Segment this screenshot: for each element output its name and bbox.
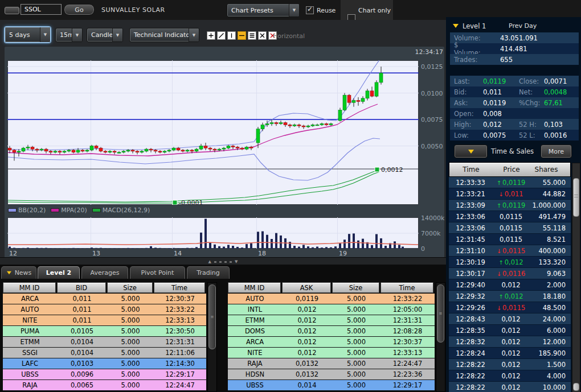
level1-field-value: 0,0071 bbox=[544, 77, 567, 85]
scrollbar-thumb[interactable]: ≡ bbox=[208, 284, 216, 349]
quote-row[interactable]: UBSS0,0145.00012:29:17 bbox=[228, 380, 435, 391]
column-header[interactable]: Time bbox=[380, 282, 433, 293]
tab-trading[interactable]: Trading bbox=[187, 266, 230, 279]
column-header[interactable]: Time bbox=[449, 166, 493, 174]
trade-time: 12:33:06 bbox=[449, 224, 492, 232]
time-sales-collapse-button[interactable] bbox=[454, 145, 488, 158]
tab-news[interactable]: News bbox=[1, 266, 36, 279]
scrollbar-thumb[interactable]: ≡ bbox=[437, 284, 444, 343]
trade-row[interactable]: 12:30:17↓0,01169.063 bbox=[449, 268, 571, 279]
trade-row[interactable]: 12:33:09↑0,01191.000.000 bbox=[449, 200, 571, 211]
technical-indicators-dropdown[interactable]: Technical Indicators ▼ bbox=[129, 28, 199, 42]
column-header[interactable]: Time bbox=[154, 282, 205, 293]
parallel-lines-tool[interactable] bbox=[248, 31, 256, 40]
trade-row[interactable]: 12:33:21↓0,01144.882 bbox=[449, 188, 571, 200]
level1-field-value: 67,61 bbox=[544, 99, 563, 107]
quote-row[interactable]: NITE0,0115.00012:33:13 bbox=[3, 315, 206, 326]
trade-row[interactable]: 12:31:450,01158.521 bbox=[449, 234, 571, 245]
interval-dropdown[interactable]: 15m ▼ bbox=[55, 28, 83, 42]
quote-row[interactable]: ARCA0,0115.00012:30:37 bbox=[3, 294, 206, 304]
quote-row[interactable]: ETMM0,01045.00012:31:31 bbox=[3, 337, 206, 348]
column-header[interactable]: Price bbox=[493, 166, 530, 174]
quote-row[interactable]: DOMS0,0125.00012:08:28 bbox=[228, 326, 435, 337]
symbol-input[interactable] bbox=[21, 4, 62, 15]
trade-row[interactable]: 12:33:060,0115491.479 bbox=[449, 211, 571, 222]
tab-level-2[interactable]: Level 2 bbox=[38, 266, 80, 279]
trade-row[interactable]: 12:28:350,0126.000 bbox=[449, 325, 571, 336]
quote-row[interactable]: ARCA0,0125.00012:30:37 bbox=[228, 337, 435, 348]
quote-row[interactable]: PUMA0,01055.00012:30:50 bbox=[3, 326, 206, 337]
quote-row[interactable]: NITE0,0125.00012:33:13 bbox=[228, 348, 435, 358]
trade-row[interactable]: 12:28:220,0121.500 bbox=[449, 359, 571, 370]
quote-row[interactable]: ETMM0,0125.00012:31:31 bbox=[228, 315, 435, 326]
quote-row[interactable]: HDSN0,01325.00012:23:36 bbox=[228, 369, 435, 380]
trade-row[interactable]: 12:28:220,0124.000 bbox=[449, 370, 571, 382]
tab-pivot-point[interactable]: Pivot Point bbox=[130, 266, 185, 279]
time-axis-label: 14 bbox=[174, 250, 182, 257]
column-header[interactable]: BID bbox=[57, 282, 106, 293]
column-header[interactable]: ASK bbox=[282, 282, 331, 293]
column-header[interactable]: Size bbox=[332, 282, 379, 293]
ask-table-scrollbar[interactable]: ≡ bbox=[436, 282, 445, 392]
trade-row[interactable]: 12:29:32↑0,01218.180 bbox=[449, 291, 571, 302]
chart-style-dropdown[interactable]: Candle ▼ bbox=[87, 28, 123, 42]
quote-row[interactable]: RAJA0,00655.00012:24:47 bbox=[3, 380, 206, 391]
trade-row[interactable]: 12:29:400,0122.000 bbox=[449, 279, 571, 291]
interval-label: 15m bbox=[56, 31, 72, 39]
quote-row[interactable]: UBSS0,00965.00012:29:17 bbox=[3, 369, 206, 380]
prev-day-label: Prev Day bbox=[509, 22, 537, 30]
tab-averages[interactable]: Averages bbox=[81, 266, 128, 279]
collapse-up-icon[interactable]: ▲ bbox=[208, 260, 211, 264]
horizontal-line-tool[interactable] bbox=[238, 31, 246, 40]
chart-presets-dropdown[interactable]: Chart Presets ▼ bbox=[227, 3, 300, 17]
window-menu-button[interactable] bbox=[5, 7, 19, 14]
column-header[interactable]: Size bbox=[107, 282, 153, 293]
collapse-triangle-icon[interactable] bbox=[453, 24, 459, 28]
bid-table-scrollbar[interactable]: ≡ bbox=[207, 282, 217, 392]
price: 0,011 bbox=[57, 306, 107, 313]
vertical-line-tool[interactable] bbox=[227, 31, 236, 40]
time: 12:30:37 bbox=[380, 338, 435, 346]
column-header[interactable]: MM ID bbox=[228, 282, 281, 293]
reuse-checkbox[interactable] bbox=[306, 6, 314, 14]
cross-tool[interactable] bbox=[207, 31, 215, 40]
scrollbar-end-button[interactable] bbox=[573, 383, 579, 391]
go-button[interactable]: Go bbox=[64, 4, 95, 15]
more-button[interactable]: More bbox=[541, 145, 572, 158]
quote-row[interactable]: AUTO0,0115.00012:33:22 bbox=[3, 304, 206, 315]
trade-row[interactable]: 12:31:10↓0,0115400.000 bbox=[449, 245, 571, 257]
quote-row[interactable]: RAJA0,01325.00012:24:47 bbox=[228, 358, 435, 369]
quote-row[interactable]: AUTO0,01195.00012:33:22 bbox=[228, 294, 435, 304]
range-dropdown[interactable]: 5 days ▼ bbox=[5, 27, 51, 43]
quote-row[interactable]: LAFC0,01035.00012:14:30 bbox=[3, 358, 206, 369]
delete-drawing-tool[interactable] bbox=[258, 31, 267, 40]
price-chart-canvas[interactable]: -0,00010,0012 bbox=[7, 60, 419, 205]
trade-row[interactable]: 12:28:240,012185.900 bbox=[449, 348, 571, 359]
mm-id: RAJA bbox=[228, 360, 282, 368]
trade-row[interactable]: 12:33:060,011555.118 bbox=[449, 222, 571, 234]
trade-row[interactable]: 12:29:26↓0,011548.500 bbox=[449, 302, 571, 313]
uptick-icon: ↑ bbox=[497, 203, 501, 209]
trade-price-value: 0,0115 bbox=[502, 304, 525, 312]
trendline-tool[interactable] bbox=[217, 31, 226, 40]
active-tool-label: Horizontal bbox=[273, 32, 305, 40]
collapse-triangle-icon bbox=[468, 150, 474, 154]
size: 5.000 bbox=[107, 349, 154, 357]
scrollbar-thumb[interactable] bbox=[573, 178, 579, 217]
size: 5.000 bbox=[332, 370, 380, 378]
volume-chart-canvas[interactable] bbox=[7, 217, 419, 249]
quote-row[interactable]: SSGI0,01045.00012:11:06 bbox=[3, 348, 206, 358]
column-header[interactable]: Shares bbox=[530, 166, 570, 174]
chart-presets-label: Chart Presets bbox=[227, 7, 289, 14]
trade-row[interactable]: 12:28:220,01210.000 bbox=[449, 382, 571, 392]
quote-row[interactable]: INTL0,0125.00012:05:00 bbox=[228, 304, 435, 315]
time-sales-scrollbar[interactable] bbox=[572, 163, 580, 392]
column-header[interactable]: MM ID bbox=[3, 282, 56, 293]
trade-row[interactable]: 12:30:19↑0,012133.320 bbox=[449, 257, 571, 268]
collapse-down-icon[interactable]: ▼ bbox=[235, 260, 238, 264]
trade-row[interactable]: 12:33:33↑0,011955.000 bbox=[449, 177, 571, 188]
mm-id: ETMM bbox=[3, 338, 57, 346]
trade-time: 12:28:35 bbox=[449, 327, 492, 335]
trade-row[interactable]: 12:28:430,01224.000 bbox=[449, 313, 571, 325]
trade-row[interactable]: 12:28:320,01212.000 bbox=[449, 336, 571, 348]
